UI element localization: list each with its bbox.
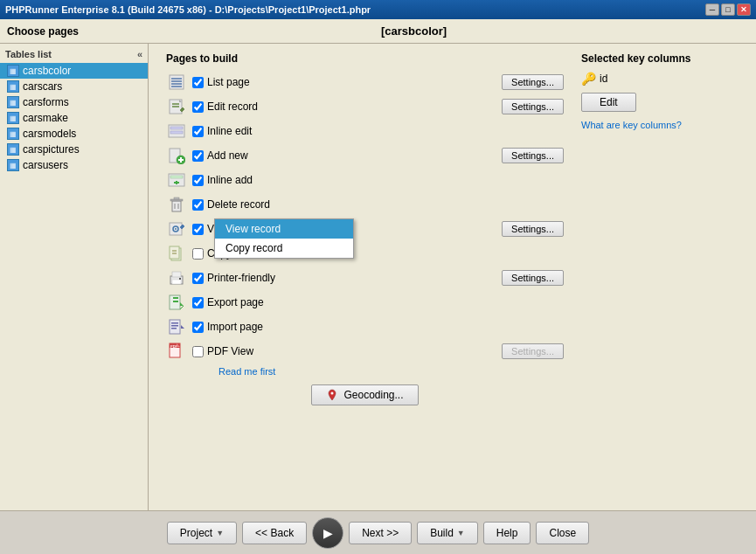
- geocoding-button[interactable]: Geocoding...: [311, 384, 418, 405]
- page-row-view: View record Settings... View record Copy…: [166, 218, 564, 239]
- page-row-list: List page Settings...: [166, 72, 564, 93]
- key-column-name: id: [600, 73, 607, 85]
- svg-rect-20: [170, 199, 183, 201]
- main-window: Choose pages [carsbcolor] Tables list « …: [0, 19, 756, 510]
- svg-rect-36: [173, 297, 178, 299]
- pdf-label: PDF View: [207, 345, 253, 357]
- geocoding-icon: [326, 389, 338, 401]
- pdf-settings-button[interactable]: Settings...: [502, 343, 564, 359]
- printer-checkbox[interactable]: [192, 273, 204, 284]
- list-page-settings-button[interactable]: Settings...: [502, 74, 564, 90]
- list-page-checkbox[interactable]: [192, 77, 204, 88]
- svg-rect-38: [170, 320, 180, 334]
- list-page-checkbox-label[interactable]: List page: [192, 76, 250, 88]
- printer-settings-button[interactable]: Settings...: [502, 270, 564, 286]
- inline-edit-checkbox[interactable]: [192, 126, 204, 137]
- context-item-label: Copy record: [225, 242, 282, 254]
- add-new-checkbox[interactable]: [192, 150, 204, 162]
- sidebar-item-carsmodels[interactable]: ▦ carsmodels: [0, 126, 148, 142]
- section-title: Choose pages: [7, 25, 79, 38]
- sidebar-item-label: carsmodels: [23, 128, 76, 140]
- add-new-icon: [166, 145, 187, 166]
- edit-key-columns-button[interactable]: Edit: [581, 93, 636, 112]
- help-button[interactable]: Help: [483, 522, 531, 544]
- bottom-bar: Project ▼ << Back ▶ Next >> Build ▼ Help…: [0, 510, 756, 554]
- geocoding-row: Geocoding...: [166, 384, 564, 405]
- close-button[interactable]: ✕: [737, 3, 751, 16]
- sidebar-item-carsusers[interactable]: ▦ carsusers: [0, 157, 148, 173]
- delete-record-checkbox[interactable]: [192, 199, 204, 211]
- project-button[interactable]: Project ▼: [167, 522, 237, 544]
- main-content: Pages to build List pa: [149, 44, 756, 510]
- list-page-label: List page: [207, 76, 250, 88]
- context-menu: View record Copy record: [214, 218, 354, 259]
- context-menu-item-copy[interactable]: Copy record: [215, 239, 353, 258]
- inline-edit-checkbox-label[interactable]: Inline edit: [192, 125, 252, 137]
- svg-rect-28: [170, 246, 179, 259]
- table-icon: ▦: [7, 65, 19, 77]
- sidebar-item-carsforms[interactable]: ▦ carsforms: [0, 94, 148, 110]
- project-dropdown-arrow: ▼: [216, 529, 224, 537]
- list-page-icon: [166, 72, 187, 93]
- page-row-printer: Printer-friendly Settings...: [166, 267, 564, 288]
- svg-rect-9: [170, 127, 183, 129]
- pdf-checkbox[interactable]: [192, 346, 204, 357]
- inline-add-checkbox[interactable]: [192, 175, 204, 186]
- close-button-bottom[interactable]: Close: [536, 522, 589, 544]
- svg-rect-34: [179, 278, 181, 280]
- edit-record-label: Edit record: [207, 100, 258, 113]
- build-label: Build: [430, 527, 454, 539]
- add-new-checkbox-label[interactable]: Add new: [192, 149, 248, 162]
- svg-rect-39: [171, 322, 178, 324]
- export-checkbox-label[interactable]: Export page: [192, 296, 264, 308]
- collapse-icon[interactable]: «: [137, 49, 142, 59]
- sidebar-item-label: carsmake: [23, 112, 68, 124]
- page-row-inline-edit: Inline edit: [166, 121, 564, 142]
- key-icon: 🔑: [581, 72, 596, 86]
- copy-record-checkbox[interactable]: [192, 248, 204, 260]
- table-icon: ▦: [7, 112, 19, 124]
- printer-checkbox-label[interactable]: Printer-friendly: [192, 272, 275, 284]
- sidebar-item-carspictures[interactable]: ▦ carspictures: [0, 142, 148, 157]
- inline-add-label: Inline add: [207, 174, 253, 186]
- import-checkbox-label[interactable]: Import page: [192, 321, 263, 333]
- tables-list-title: Tables list: [5, 49, 52, 59]
- active-table-title: [carsbcolor]: [79, 24, 749, 38]
- table-icon: ▦: [7, 143, 19, 156]
- edit-record-checkbox[interactable]: [192, 101, 204, 113]
- sidebar-item-label: carsusers: [23, 159, 68, 171]
- geocoding-label: Geocoding...: [343, 389, 403, 401]
- printer-icon: [166, 267, 187, 288]
- edit-record-checkbox-label[interactable]: Edit record: [192, 100, 258, 113]
- export-label: Export page: [207, 296, 264, 308]
- pdf-checkbox-label[interactable]: PDF View: [192, 345, 253, 357]
- content-area: Tables list « ▦ carsbcolor ▦ carscars ▦ …: [0, 44, 756, 510]
- run-button[interactable]: ▶: [312, 517, 343, 549]
- view-record-checkbox[interactable]: [192, 224, 204, 235]
- inline-add-checkbox-label[interactable]: Inline add: [192, 174, 253, 186]
- delete-record-checkbox-label[interactable]: Delete record: [192, 198, 270, 211]
- maximize-button[interactable]: □: [721, 3, 735, 16]
- build-dropdown-arrow: ▼: [457, 529, 465, 537]
- import-checkbox[interactable]: [192, 322, 204, 333]
- build-button[interactable]: Build ▼: [417, 522, 478, 544]
- pdf-view-icon: PDF: [166, 341, 187, 362]
- add-new-settings-button[interactable]: Settings...: [502, 148, 564, 163]
- context-menu-item-view[interactable]: View record: [215, 219, 353, 239]
- sidebar-item-carsmake[interactable]: ▦ carsmake: [0, 110, 148, 126]
- key-column-row: 🔑 id: [581, 72, 739, 86]
- view-record-settings-button[interactable]: Settings...: [502, 221, 564, 237]
- sidebar-item-carsbcolor[interactable]: ▦ carsbcolor: [0, 63, 148, 79]
- export-checkbox[interactable]: [192, 297, 204, 308]
- inline-edit-label: Inline edit: [207, 125, 252, 137]
- next-button[interactable]: Next >>: [349, 522, 412, 544]
- what-are-key-columns-link[interactable]: What are key columns?: [581, 120, 682, 130]
- sidebar-item-carscars[interactable]: ▦ carscars: [0, 79, 148, 94]
- back-button[interactable]: << Back: [242, 522, 307, 544]
- printer-label: Printer-friendly: [207, 272, 275, 284]
- svg-rect-21: [174, 197, 179, 199]
- read-me-first-link[interactable]: Read me first: [218, 366, 275, 377]
- run-icon: ▶: [323, 526, 333, 540]
- edit-record-settings-button[interactable]: Settings...: [502, 99, 564, 114]
- minimize-button[interactable]: ─: [705, 3, 719, 16]
